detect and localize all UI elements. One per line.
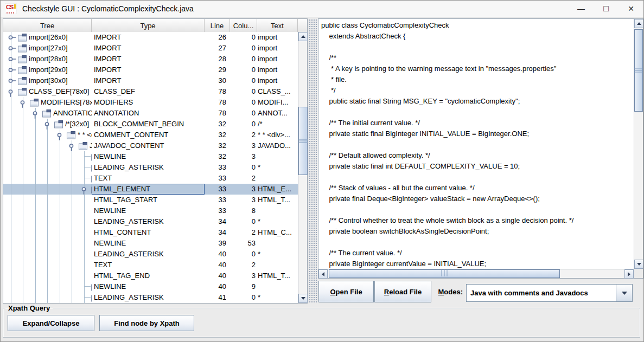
expand-handle-icon[interactable]: [8, 54, 18, 64]
reload-file-button[interactable]: Reload File: [374, 281, 431, 302]
close-icon[interactable]: ✕: [619, 1, 643, 17]
tree-guide-line: [84, 205, 85, 216]
tree-row[interactable]: MODIFIERS[78x0]MODIFIERS780MODIFI...: [3, 97, 298, 108]
tree-vertical-scrollbar[interactable]: [298, 32, 307, 303]
line-cell: 33: [205, 184, 230, 195]
code-vscrollbar-thumb[interactable]: [634, 29, 643, 112]
chevron-down-icon[interactable]: [616, 285, 632, 301]
modes-combobox[interactable]: Java with comments and Javadocs: [466, 284, 633, 302]
tree-row[interactable]: import[26x0]IMPORT260import: [3, 32, 298, 43]
tree-guide-line: [72, 216, 72, 227]
tree-row[interactable]: import[29x0]IMPORT290import: [3, 64, 298, 75]
tree-scrollbar-thumb[interactable]: [298, 107, 308, 175]
tree-row[interactable]: JAVADOC_CONTENT[32x3]JAVADOC_CONTENT323J…: [3, 140, 298, 151]
tree-row[interactable]: HTML_TAG_START333HTML_T...: [3, 195, 298, 205]
collapse-handle-icon[interactable]: [81, 184, 92, 195]
tree-row[interactable]: TEXT332: [3, 173, 298, 184]
tree-row[interactable]: LEADING_ASTERISK400*: [3, 249, 298, 260]
tree-guide-line: [72, 249, 72, 260]
tree-guide-line: [47, 140, 48, 151]
collapse-handle-icon[interactable]: [44, 119, 55, 130]
tree-row[interactable]: import[27x0]IMPORT270import: [3, 43, 298, 54]
line-cell: 78: [205, 97, 230, 108]
column-header-4[interactable]: Text: [257, 19, 298, 32]
tree-guide-line: [72, 151, 72, 162]
collapse-handle-icon[interactable]: [20, 97, 30, 108]
maximize-icon[interactable]: □: [594, 1, 619, 17]
tree-node-label: import[27x0]: [29, 43, 68, 54]
tree-cell: [3, 281, 92, 292]
scroll-up-icon[interactable]: [298, 32, 308, 41]
expand-handle-icon[interactable]: [8, 75, 18, 86]
scroll-right-icon[interactable]: [624, 269, 634, 279]
collapse-handle-icon[interactable]: [68, 140, 79, 151]
tree-guide-line: [23, 249, 23, 260]
tree-row[interactable]: CLASS_DEF[78x0]CLASS_DEF780CLASS_...: [3, 86, 298, 97]
tree-row[interactable]: LEADING_ASTERISK410*: [3, 292, 298, 303]
scroll-up-icon[interactable]: [634, 19, 643, 28]
expand-handle-icon[interactable]: [8, 64, 18, 75]
text-cell: import: [257, 54, 298, 64]
collapse-handle-icon[interactable]: [8, 86, 18, 97]
scroll-down-icon[interactable]: [634, 260, 643, 269]
app-icon-text: CS: [6, 4, 13, 10]
tree-guide-line: [23, 292, 23, 303]
tree-guide-line: [47, 238, 48, 249]
tree-row-selected[interactable]: HTML_ELEMENT333HTML_E...: [3, 184, 298, 195]
minimize-icon[interactable]: —: [569, 1, 594, 17]
tree-guide-line: [11, 151, 11, 162]
tree-node-label: import[29x0]: [29, 64, 68, 75]
expand-handle-icon[interactable]: [8, 32, 18, 43]
tree-node-label: import[26x0]: [29, 32, 68, 43]
code-hscrollbar-thumb[interactable]: [329, 269, 560, 278]
tree-row[interactable]: /*[32x0]BLOCK_COMMENT_BEGIN320/*: [3, 119, 298, 130]
tree-row[interactable]: HTML_TAG_END403HTML_T...: [3, 270, 298, 281]
tree-row[interactable]: NEWLINE323: [3, 151, 298, 162]
tree-guide-line: [84, 151, 85, 162]
collapse-handle-icon[interactable]: [32, 108, 43, 119]
tree-row[interactable]: LEADING_ASTERISK330*: [3, 162, 298, 173]
tree-guide-line: [11, 281, 11, 292]
type-cell: ANNOTATION: [92, 108, 205, 119]
tree-cell: * * <div: [3, 130, 92, 140]
tree-node-label: import[28x0]: [29, 54, 68, 64]
text-cell: import: [257, 32, 298, 43]
tree-row[interactable]: * * <divCOMMENT_CONTENT322* * <div>...: [3, 130, 298, 140]
collapse-handle-icon[interactable]: [56, 130, 67, 140]
column-header-0[interactable]: Tree: [3, 19, 92, 32]
split-pane-divider[interactable]: [308, 18, 318, 304]
tree-row[interactable]: ANNOTATION[78x0]ANNOTATION780ANNOT...: [3, 108, 298, 119]
tree-guide-line: [60, 162, 60, 173]
text-cell: HTML_C...: [257, 227, 298, 238]
tree-row[interactable]: NEWLINE3953: [3, 238, 298, 249]
tree-row[interactable]: import[28x0]IMPORT280import: [3, 54, 298, 64]
tree-row[interactable]: HTML_CONTENT342HTML_C...: [3, 227, 298, 238]
open-file-button[interactable]: Open File: [318, 281, 374, 302]
code-line: extends AbstractCheck {: [321, 31, 634, 42]
type-cell: IMPORT: [92, 75, 205, 86]
tree-row[interactable]: NEWLINE338: [3, 205, 298, 216]
tree-row[interactable]: TEXT402: [3, 260, 298, 270]
tree-cell: [3, 270, 92, 281]
column-header-3[interactable]: Colu...: [230, 19, 257, 32]
tree-cell: [3, 184, 92, 195]
expand-collapse-button[interactable]: Expand/Collapse: [8, 315, 94, 331]
tree-guide-line: [72, 270, 72, 281]
column-cell: 2: [230, 130, 257, 140]
find-node-by-xpath-button[interactable]: Find node by Xpath: [99, 315, 194, 331]
tree-row[interactable]: NEWLINE409: [3, 281, 298, 292]
tree-row[interactable]: import[30x0]IMPORT300import: [3, 75, 298, 86]
expand-handle-icon[interactable]: [8, 43, 18, 54]
ast-tree-table: TreeTypeLineColu...Text import[26x0]IMPO…: [3, 18, 308, 304]
tree-connector-line: [84, 297, 91, 298]
scroll-left-icon[interactable]: [318, 269, 328, 279]
column-header-2[interactable]: Line: [205, 19, 230, 32]
tree-guide-line: [23, 216, 23, 227]
tree-row[interactable]: LEADING_ASTERISK340*: [3, 216, 298, 227]
code-horizontal-scrollbar[interactable]: [318, 269, 634, 278]
source-code-area[interactable]: public class CyclomaticComplexityCheck e…: [318, 19, 634, 269]
column-header-1[interactable]: Type: [92, 19, 205, 32]
scroll-down-icon[interactable]: [298, 294, 308, 303]
code-vertical-scrollbar[interactable]: [634, 19, 643, 269]
text-cell: [257, 281, 298, 292]
